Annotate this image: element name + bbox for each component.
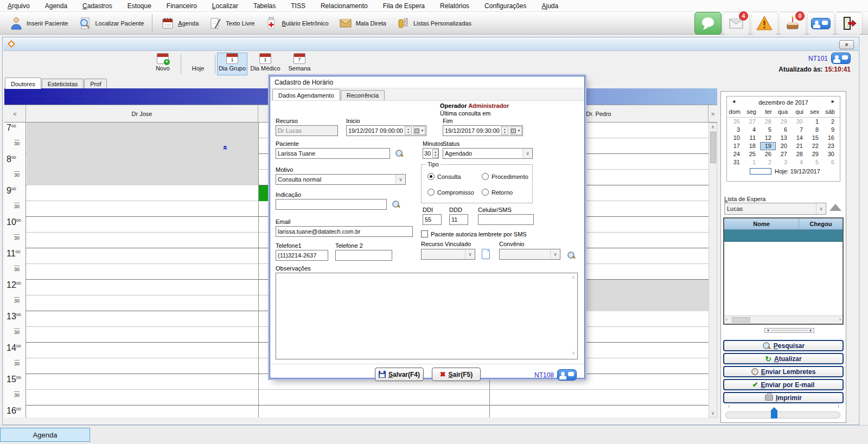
people-chat-button[interactable] bbox=[807, 12, 834, 35]
scroll-right-arrow[interactable]: > bbox=[709, 105, 717, 122]
chevron-down-icon[interactable]: ∨ bbox=[816, 203, 826, 214]
scroll-down-icon[interactable]: ∨ bbox=[570, 351, 577, 356]
menu-item-relat-rios[interactable]: Relatórios bbox=[432, 1, 477, 11]
ddi-input[interactable] bbox=[423, 214, 442, 225]
calendar-day[interactable]: 4 bbox=[744, 126, 760, 134]
dia-medico-button[interactable]: 1 Dia Médico bbox=[248, 53, 282, 75]
insert-patient-button[interactable]: Inserir Paciente bbox=[4, 13, 73, 34]
panel-splitter[interactable]: ▼ ▼ bbox=[764, 328, 814, 333]
column-header-dr-jose[interactable]: Dr Jose bbox=[26, 105, 258, 122]
calendar-day[interactable]: 2 bbox=[823, 118, 839, 126]
people-chat-icon[interactable] bbox=[557, 369, 577, 381]
calendar-day[interactable]: 26 bbox=[760, 150, 776, 158]
calendar-day[interactable]: 21 bbox=[792, 142, 807, 150]
menu-item-arquivo[interactable]: Arquivo bbox=[0, 1, 37, 11]
status-combo[interactable]: Agendado ∨ bbox=[443, 148, 533, 159]
tab-dados-agendamento[interactable]: Dados Agendamento bbox=[272, 89, 340, 100]
calendar-day[interactable]: 26 bbox=[729, 118, 744, 126]
zoom-slider[interactable] bbox=[725, 411, 840, 419]
scroll-down-icon[interactable]: ∨ bbox=[709, 410, 717, 416]
calendar-day[interactable]: 24 bbox=[729, 150, 744, 158]
grid-vertical-scrollbar[interactable]: ∧ ∨ bbox=[709, 123, 717, 417]
tab-prof[interactable]: Prof bbox=[84, 79, 107, 89]
salvar-button[interactable]: Salvar(F4) bbox=[375, 368, 424, 381]
calendar-day[interactable]: 28 bbox=[792, 150, 807, 158]
calendar-day[interactable]: 4 bbox=[792, 158, 807, 166]
novo-button[interactable]: + Novo bbox=[148, 53, 178, 75]
scrollbar-thumb[interactable] bbox=[710, 132, 716, 163]
calendar-day[interactable]: 29 bbox=[776, 118, 792, 126]
calendar-day[interactable]: 7 bbox=[792, 126, 807, 134]
tab-recorrencia[interactable]: Recorrência bbox=[341, 90, 385, 100]
birthday-button[interactable]: 0 bbox=[779, 12, 806, 35]
convenio-combo[interactable]: ∨ bbox=[499, 249, 560, 260]
minutos-spinbox[interactable]: 30 ▲▼ bbox=[423, 148, 439, 159]
menu-item-cadastros[interactable]: Cadastros bbox=[75, 1, 120, 11]
scroll-left-icon[interactable]: ‹ bbox=[726, 317, 727, 322]
menu-item-financeiro[interactable]: Financeiro bbox=[159, 1, 205, 11]
chevron-down-icon[interactable]: ∨ bbox=[522, 149, 532, 158]
hoje-button[interactable]: Hoje bbox=[183, 53, 213, 75]
calendar-day[interactable]: 16 bbox=[823, 134, 839, 142]
search-icon[interactable] bbox=[567, 251, 576, 260]
recurso-vinculado-combo[interactable]: ∨ bbox=[421, 249, 475, 260]
calendar-day[interactable]: 22 bbox=[807, 142, 823, 150]
calendar-day[interactable]: 29 bbox=[807, 150, 823, 158]
statusbar-agenda-tab[interactable]: Agenda bbox=[0, 428, 90, 442]
alert-button[interactable] bbox=[751, 12, 778, 35]
people-chat-icon[interactable] bbox=[831, 53, 851, 64]
free-text-button[interactable]: Texto Livre bbox=[203, 13, 259, 34]
scroll-right-icon[interactable]: › bbox=[839, 317, 841, 322]
fim-field[interactable]: 19/12/2017 09:30:00 ▲▼ ▼ bbox=[443, 125, 523, 136]
observacoes-textarea[interactable] bbox=[276, 273, 578, 359]
calendar-day-selected[interactable]: 19 bbox=[760, 142, 776, 150]
calendar-day[interactable]: 27 bbox=[776, 150, 792, 158]
search-icon[interactable] bbox=[395, 149, 404, 158]
tel1-input[interactable] bbox=[276, 250, 328, 261]
calendar-day[interactable]: 27 bbox=[744, 118, 760, 126]
calendar-day[interactable]: 11 bbox=[744, 134, 760, 142]
mala-direta-button[interactable]: Mala Direta bbox=[334, 13, 391, 34]
calendar-day[interactable]: 18 bbox=[744, 142, 760, 150]
calendar-day[interactable]: 12 bbox=[760, 134, 776, 142]
calendar-day[interactable]: 9 bbox=[823, 126, 839, 134]
calendar-day[interactable]: 5 bbox=[807, 158, 823, 166]
calendar-day[interactable]: 14 bbox=[792, 134, 807, 142]
collapse-chevron-icon[interactable]: « bbox=[221, 145, 231, 150]
tel2-input[interactable] bbox=[335, 250, 392, 261]
menu-item-estoque[interactable]: Estoque bbox=[120, 1, 159, 11]
calendar-day[interactable]: 8 bbox=[807, 126, 823, 134]
sair-button[interactable]: ✖ Sair(F5) bbox=[432, 368, 481, 381]
menu-item-tiss[interactable]: TISS bbox=[283, 1, 313, 11]
pesquisar-button[interactable]: Pesquisar bbox=[723, 340, 844, 351]
calendar-day[interactable]: 25 bbox=[744, 150, 760, 158]
spinner[interactable]: ▲▼ bbox=[405, 126, 412, 135]
dia-grupo-button[interactable]: 1 Dia Grupo bbox=[217, 53, 247, 75]
calendar-day[interactable]: 3 bbox=[729, 126, 744, 134]
calendar-day[interactable]: 10 bbox=[729, 134, 744, 142]
email-input[interactable] bbox=[276, 226, 413, 237]
child-close-button[interactable]: × bbox=[839, 40, 854, 49]
enviar-lembretes-button[interactable]: Enviar Lembretes bbox=[723, 366, 844, 377]
inicio-field[interactable]: 19/12/2017 09:00:00 ▲▼ ▼ bbox=[346, 125, 426, 136]
document-icon[interactable] bbox=[482, 249, 490, 259]
agenda-button[interactable]: Agenda bbox=[156, 13, 203, 34]
spinner[interactable]: ▲▼ bbox=[432, 149, 438, 158]
calendar-day[interactable]: 23 bbox=[823, 142, 839, 150]
calendar-day[interactable]: 20 bbox=[776, 142, 792, 150]
menu-item-ajuda[interactable]: Ajuda bbox=[534, 1, 566, 11]
atualizar-button[interactable]: ↻ Atualizar bbox=[723, 353, 844, 364]
menu-item-relacionamento[interactable]: Relacionamento bbox=[313, 1, 375, 11]
chevron-down-icon[interactable]: ∨ bbox=[465, 249, 475, 259]
radio-procedimento[interactable]: Procedimento bbox=[482, 173, 528, 180]
menu-item-agenda[interactable]: Agenda bbox=[37, 1, 75, 11]
chevron-down-icon[interactable]: ∨ bbox=[550, 249, 560, 259]
menu-item-fila-de-espera[interactable]: Fila de Espera bbox=[375, 1, 432, 11]
menu-item-localizar[interactable]: Localizar bbox=[205, 1, 246, 11]
mail-button[interactable]: 4 bbox=[723, 12, 750, 35]
radio-consulta[interactable]: Consulta bbox=[427, 173, 461, 180]
calendar-day[interactable]: 2 bbox=[760, 158, 776, 166]
search-icon[interactable] bbox=[392, 200, 400, 209]
bulario-button[interactable]: Bulário Eletrônico bbox=[259, 13, 333, 34]
ddd-input[interactable] bbox=[449, 214, 468, 225]
